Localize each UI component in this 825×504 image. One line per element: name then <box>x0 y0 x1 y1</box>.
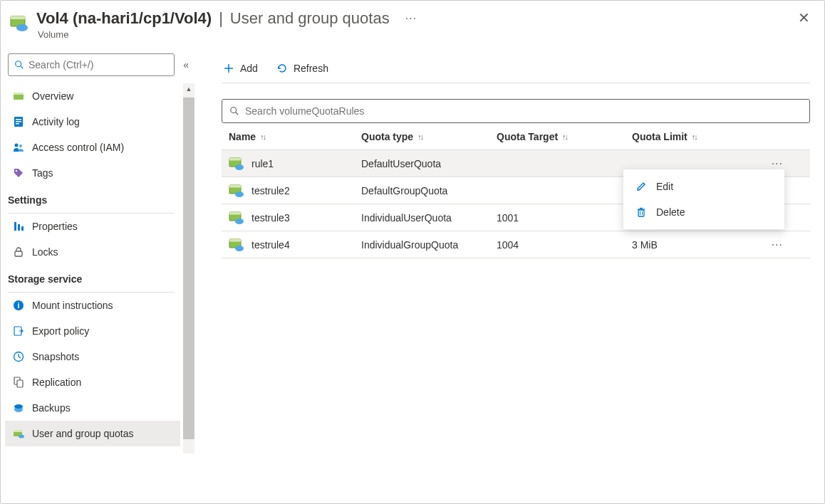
scrollbar-thumb[interactable] <box>183 98 194 439</box>
sidebar-section-storage: Storage service <box>5 265 180 289</box>
col-quota-target[interactable]: Quota Target ↑↓ <box>492 131 628 142</box>
svg-rect-6 <box>14 93 24 95</box>
sidebar-item-label: User and group quotas <box>32 428 133 439</box>
col-name[interactable]: Name ↑↓ <box>222 131 357 142</box>
svg-rect-37 <box>229 185 241 188</box>
sidebar-item-label: Snapshots <box>32 351 79 362</box>
quota-search[interactable] <box>222 99 810 123</box>
svg-point-44 <box>235 246 244 251</box>
snapshots-icon <box>12 350 25 363</box>
svg-line-32 <box>236 112 239 115</box>
sidebar-item-properties[interactable]: Properties <box>5 214 180 239</box>
sidebar-item-label: Properties <box>32 221 78 232</box>
row-more-button[interactable]: ··· <box>749 238 792 251</box>
volume-icon <box>229 210 244 226</box>
table-row[interactable]: testrule4 IndividualGroupQuota 1004 3 Mi… <box>222 231 810 258</box>
sidebar-item-replication[interactable]: Replication <box>5 369 180 395</box>
volume-icon <box>229 237 244 253</box>
cell-target: 1004 <box>492 239 628 251</box>
main-content: Add Refresh Name ↑↓ Quota <box>199 53 824 503</box>
cell-type: IndividualGroupQuota <box>357 239 492 251</box>
svg-point-12 <box>19 145 22 147</box>
cell-type: DefaultUserQuota <box>357 158 492 169</box>
sidebar-item-label: Locks <box>32 246 58 258</box>
page-header: Vol4 (na-hari1/cp1/Vol4) | User and grou… <box>1 1 824 53</box>
scroll-up-arrow[interactable]: ▲ <box>183 83 194 95</box>
svg-point-2 <box>16 24 28 31</box>
sidebar-item-label: Activity log <box>32 116 80 127</box>
context-edit-label: Edit <box>656 181 673 192</box>
sidebar-item-tags[interactable]: Tags <box>5 160 180 186</box>
sort-icon: ↑↓ <box>562 132 567 141</box>
sidebar-item-label: Export policy <box>32 325 89 337</box>
context-delete-label: Delete <box>656 206 685 218</box>
sidebar-item-activity-log[interactable]: Activity log <box>5 109 180 135</box>
svg-rect-8 <box>16 119 21 120</box>
cell-limit: 3 MiB <box>628 239 749 251</box>
sidebar-nav: ▲ Overview Activity log <box>5 83 194 503</box>
svg-rect-16 <box>21 226 24 231</box>
refresh-label: Refresh <box>294 63 328 74</box>
title-bold: Vol4 (na-hari1/cp1/Vol4) <box>36 9 212 28</box>
plus-icon <box>223 63 234 74</box>
sidebar-item-overview[interactable]: Overview <box>5 83 180 109</box>
svg-rect-27 <box>14 430 22 432</box>
row-more-button[interactable]: ··· <box>749 157 792 170</box>
svg-rect-43 <box>229 239 241 242</box>
sidebar-search-input[interactable] <box>28 59 168 70</box>
info-icon: i <box>12 299 25 312</box>
volume-icon <box>229 156 244 172</box>
page-title: Vol4 (na-hari1/cp1/Vol4) | User and grou… <box>36 9 798 28</box>
add-button[interactable]: Add <box>222 60 259 77</box>
sidebar-item-user-group-quotas[interactable]: User and group quotas <box>5 421 180 446</box>
close-button[interactable]: ✕ <box>798 9 810 26</box>
export-policy-icon <box>12 325 25 337</box>
search-icon <box>229 106 239 116</box>
cell-name: testrule4 <box>251 239 290 251</box>
sidebar-item-label: Backups <box>32 402 71 414</box>
sort-icon: ↑↓ <box>260 132 265 141</box>
sidebar-item-locks[interactable]: Locks <box>5 239 180 265</box>
context-delete[interactable]: Delete <box>623 199 784 225</box>
sidebar-search[interactable] <box>8 53 175 76</box>
collapse-sidebar-button[interactable]: « <box>180 56 192 73</box>
col-quota-type[interactable]: Quota type ↑↓ <box>357 131 492 142</box>
svg-rect-23 <box>17 380 23 387</box>
edit-icon <box>635 180 648 193</box>
sidebar-item-label: Access control (IAM) <box>32 142 124 153</box>
svg-rect-10 <box>16 123 19 125</box>
search-icon <box>14 60 24 70</box>
sort-icon: ↑↓ <box>692 132 697 141</box>
header-subtitle: Volume <box>38 29 798 40</box>
scrollbar-track[interactable]: ▲ <box>183 83 194 453</box>
cell-name: rule1 <box>251 158 274 169</box>
sidebar-item-snapshots[interactable]: Snapshots <box>5 344 180 369</box>
context-menu: Edit Delete <box>623 169 784 229</box>
quotas-icon <box>12 427 25 440</box>
replication-icon <box>12 376 25 389</box>
add-label: Add <box>240 63 258 74</box>
context-edit[interactable]: Edit <box>623 174 784 199</box>
access-control-icon <box>12 141 25 154</box>
svg-point-41 <box>235 219 244 224</box>
quota-search-input[interactable] <box>245 105 802 117</box>
svg-point-38 <box>235 191 244 197</box>
table-header: Name ↑↓ Quota type ↑↓ Quota Target ↑↓ Qu… <box>222 123 810 150</box>
svg-rect-45 <box>638 210 644 216</box>
sidebar-item-access-control[interactable]: Access control (IAM) <box>5 135 180 160</box>
svg-point-11 <box>15 144 19 147</box>
svg-rect-9 <box>16 121 21 122</box>
sidebar-item-mount-instructions[interactable]: i Mount instructions <box>5 293 180 318</box>
sidebar-item-export-policy[interactable]: Export policy <box>5 318 180 344</box>
volume-icon <box>8 12 31 35</box>
col-quota-limit[interactable]: Quota Limit ↑↓ <box>628 131 749 142</box>
volume-icon <box>229 183 244 199</box>
sidebar-item-backups[interactable]: Backups <box>5 395 180 421</box>
refresh-button[interactable]: Refresh <box>275 60 330 77</box>
svg-point-3 <box>16 61 21 67</box>
sidebar-item-label: Mount instructions <box>32 300 113 311</box>
header-more-button[interactable]: ··· <box>405 12 417 25</box>
svg-rect-14 <box>14 222 16 231</box>
tags-icon <box>12 167 25 179</box>
sidebar-item-label: Overview <box>32 90 73 102</box>
